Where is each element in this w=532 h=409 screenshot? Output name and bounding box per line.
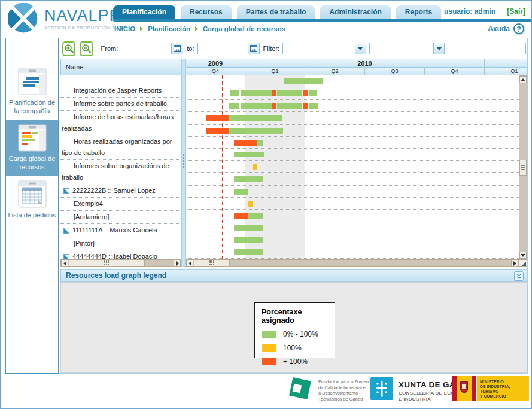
resource-name: 22222222B :: Samuel Lopez <box>72 185 156 196</box>
gantt-task-row[interactable]: Informes sobre organizacións de traballo <box>60 160 181 184</box>
user-label: usuario: admin <box>444 7 495 16</box>
gantt-bar-row <box>186 125 519 137</box>
scrollbar-thumb[interactable] <box>519 160 527 176</box>
timeline-year-row: 20092010 <box>186 59 527 68</box>
timeline-vertical-scrollbar[interactable] <box>519 75 527 259</box>
tab-reports[interactable]: Reports <box>396 5 441 19</box>
gantt-task-row[interactable]: [Pintor] <box>60 237 181 250</box>
collapse-icon[interactable] <box>63 228 69 234</box>
ministerio-text-line: DE INDUSTRIA, TURISMO <box>480 384 529 394</box>
legend-items: 0% - 100%100%+ 100% <box>262 330 335 366</box>
gantt-bar-segment <box>272 103 276 109</box>
to-calendar-button[interactable]: 31 <box>248 43 259 54</box>
app-header: NAVALPRO XESTION DA PRODUCCION NAVAL Pla… <box>1 1 531 38</box>
gantt-bar-segment <box>253 164 257 170</box>
gantt-bar-row <box>186 149 519 160</box>
scroll-right-button[interactable] <box>511 260 518 266</box>
collapse-icon[interactable] <box>63 254 69 260</box>
navalpro-app: NAVALPRO XESTION DA PRODUCCION NAVAL Pla… <box>0 0 532 409</box>
gantt-bar-row <box>186 75 519 87</box>
gantt-bar-segment <box>272 90 276 96</box>
sidebar-item-lista-de-pedidos[interactable]: Lista de pedidos <box>6 176 58 224</box>
gantt-task-row[interactable]: [Andamiero] <box>60 211 181 224</box>
timeline-year-cell: 2010 <box>245 59 485 68</box>
gantt-bar-segment <box>303 90 308 96</box>
gantt-bar-segment <box>230 90 239 96</box>
from-date-input[interactable] <box>121 43 171 54</box>
tab-planificacion[interactable]: Planificación <box>113 5 175 19</box>
gantt-bar-row <box>186 234 519 246</box>
scroll-left-button[interactable] <box>186 260 193 266</box>
logout-link[interactable]: [Saír] <box>507 7 525 16</box>
scroll-right-button[interactable] <box>174 260 181 266</box>
scroll-up-button[interactable] <box>519 76 527 83</box>
gantt-task-row[interactable]: Exemplo4 <box>60 198 181 211</box>
collapse-legend-button[interactable] <box>514 271 524 281</box>
zoom-in-button[interactable] <box>62 41 75 56</box>
calendar-icon: 31 <box>250 45 257 52</box>
breadcrumb-item-planificacion[interactable]: Planificación <box>148 25 190 32</box>
gantt-bar-segment <box>206 128 229 134</box>
tab-administracion[interactable]: Administración <box>320 5 390 19</box>
sidebar-item-carga-global-de-recursos[interactable]: Carga global de recursos <box>6 120 58 176</box>
gantt-resource-row[interactable]: 22222222B :: Samuel Lopez <box>60 184 181 198</box>
gantt-bar-row <box>186 186 519 198</box>
ministerio-logo-block: MINISTERIODE INDUSTRIA, TURISMOY COMERCI… <box>452 376 529 401</box>
tab-bar: PlanificaciónRecursosPartes de traballoA… <box>113 5 441 19</box>
spain-coat-of-arms-icon <box>457 376 472 401</box>
chevron-down-icon[interactable] <box>433 43 444 54</box>
user-area: usuario: admin [Saír] <box>444 7 525 16</box>
magnifier-plus-icon <box>64 44 74 54</box>
filter-text-input[interactable] <box>448 43 526 54</box>
gantt-resource-row[interactable]: 44444444D :: Isabel Dopacio <box>60 250 181 259</box>
gantt-bar-segment <box>234 249 263 255</box>
to-date-input[interactable] <box>198 43 248 54</box>
timeline-horizontal-scrollbar[interactable] <box>186 259 519 267</box>
timeline-year-cell <box>485 59 527 68</box>
breadcrumb-item-carga-global-de-recursos[interactable]: Carga global de recursos <box>203 25 285 32</box>
fundacion-text-line: Fundación para o Fomento <box>318 379 372 385</box>
gantt-splitter-handle[interactable] <box>181 59 186 267</box>
breadcrumb: INICIOPlanificaciónCarga global de recur… <box>114 25 285 32</box>
fundacion-text-line: Tecnolóxico de Galicia <box>318 396 372 402</box>
breadcrumb-item-inicio[interactable]: INICIO <box>114 25 135 32</box>
help-label[interactable]: Axuda <box>488 25 510 33</box>
from-calendar-button[interactable]: 31 <box>171 43 183 54</box>
help-icon[interactable]: ? <box>513 23 524 34</box>
gantt-bar-rows <box>186 75 519 259</box>
filter-select-2[interactable] <box>369 43 445 54</box>
sidebar-item-label: Carga global de recursos <box>6 154 58 171</box>
sidebar-item-planificacion-de-la-compania[interactable]: Planificación de la compañía <box>6 63 58 120</box>
gantt-name-row-empty <box>60 75 181 84</box>
toolbar: From: 31 to: 31 Filter: <box>62 40 526 57</box>
gantt-bar-segment <box>206 115 229 121</box>
timeline-year-cell: 2009 <box>186 59 245 68</box>
gantt-bar-segment <box>241 103 272 109</box>
timeline-quarter-row: Q4Q1Q2Q3Q4Q1 <box>186 68 527 75</box>
collapse-icon[interactable] <box>63 188 69 194</box>
gantt-task-row[interactable]: Informe de horas estimadas/horas realiza… <box>60 111 181 135</box>
tab-partes-de-traballo[interactable]: Partes de traballo <box>237 5 315 19</box>
scrollbar-thumb[interactable] <box>69 260 145 266</box>
gantt-task-row[interactable]: Horas realizadas organizadas por tipo de… <box>60 135 181 160</box>
zoom-out-button[interactable] <box>80 41 93 56</box>
gantt-bar-segment <box>234 152 264 157</box>
scroll-left-button[interactable] <box>61 260 68 266</box>
gantt-task-row[interactable]: Integración de Jasper Reports <box>60 84 181 98</box>
ministerio-text: MINISTERIODE INDUSTRIA, TURISMOY COMERCI… <box>477 376 529 401</box>
gantt-resource-row[interactable]: 11111111A :: Marcos Cancela <box>60 224 181 237</box>
scroll-down-button[interactable] <box>519 252 527 259</box>
gantt-bar-segment <box>309 103 318 109</box>
gantt-bar-segment <box>234 237 263 243</box>
tab-recursos[interactable]: Recursos <box>181 5 232 19</box>
scrollbar-thumb[interactable] <box>194 260 230 266</box>
filter-select-1[interactable] <box>282 43 366 54</box>
names-horizontal-scrollbar[interactable] <box>60 259 181 267</box>
gantt-bar-segment <box>277 90 302 96</box>
chevron-down-icon[interactable] <box>355 43 366 54</box>
xunta-de-galicia-icon <box>370 377 393 400</box>
gantt-task-row[interactable]: Informe sobre partes de traballo <box>60 98 181 111</box>
filter-label: Filter: <box>263 45 280 52</box>
timeline-quarter-cell: Q1 <box>485 68 527 75</box>
legend-header-title: Resources load graph legend <box>66 271 166 280</box>
